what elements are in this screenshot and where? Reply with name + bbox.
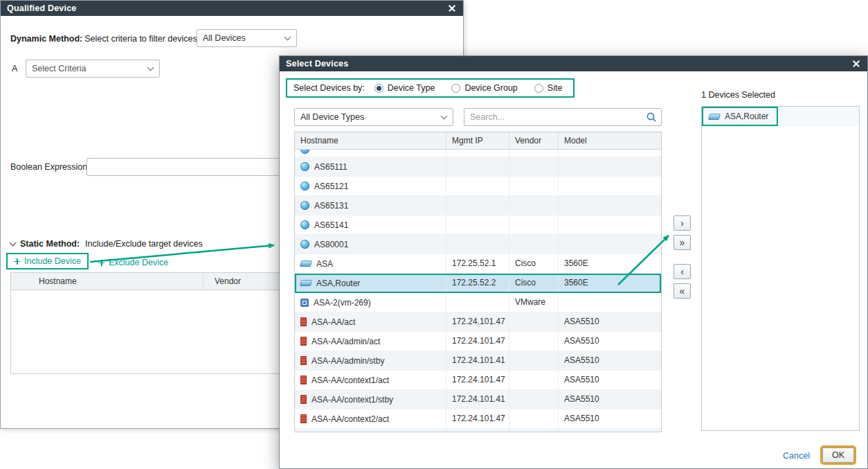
move-right-button[interactable]: › — [673, 215, 691, 231]
device-table: HostnameMgmt IPVendorModel AS65111AS6512… — [294, 132, 662, 432]
devices-scope-value: All Devices — [203, 33, 246, 43]
device-row[interactable]: ASA-AA/act172.24.101.47ASA5510 — [295, 312, 661, 332]
select-criteria-value: Select Criteria — [32, 64, 87, 73]
plus-icon — [14, 258, 20, 265]
exclude-device-label: Exclude Device — [109, 258, 168, 267]
hostname-cell: ASA-AA/context1/act — [295, 371, 446, 389]
plus-icon — [98, 260, 105, 266]
firewall-icon — [300, 395, 307, 404]
hostname-cell: ASA-2(vm-269) — [295, 293, 446, 312]
radio-icon[interactable] — [451, 84, 460, 93]
hostname-cell: AS65141 — [295, 215, 446, 234]
column-header: Hostname — [11, 273, 204, 290]
chevron-down-icon — [147, 64, 154, 71]
hostname-cell: ASA,Router — [295, 274, 446, 292]
move-left-button[interactable]: ‹ — [673, 264, 691, 279]
cancel-button[interactable]: Cancel — [783, 451, 810, 461]
hostname-cell: AS65111 — [295, 157, 446, 176]
device-type-filter-value: All Device Types — [300, 112, 364, 122]
hostname-cell: AS65131 — [295, 196, 446, 215]
radio-device-group[interactable]: Device Group — [451, 83, 517, 93]
firewall-icon — [300, 414, 307, 423]
firewall-icon — [300, 356, 307, 365]
device-row[interactable]: ASA172.25.52.1Cisco3560E — [295, 254, 661, 274]
hostname-cell: ASA-AA/admin/stby — [295, 351, 446, 370]
criteria-row-label: A — [12, 64, 17, 73]
transfer-buttons: ›»‹« — [673, 215, 691, 303]
select-devices-by-label: Select Devices by: — [293, 83, 365, 93]
column-header: Hostname — [295, 132, 446, 149]
device-row[interactable]: ASA,Router172.25.52.2Cisco3560E — [295, 274, 661, 293]
device-row[interactable]: ASA-AA/context2/act172.24.101.47ASA5510 — [295, 409, 661, 429]
hostname-cell: ASA-AA/context2/stby — [295, 429, 446, 432]
boolean-expression-label: Boolean Expression: — [10, 162, 90, 172]
dynamic-method-line: Dynamic Method:Select criteria to filter… — [10, 34, 206, 44]
switch-icon — [300, 260, 312, 267]
hostname-cell: AS65121 — [295, 177, 446, 195]
select-devices-dialog: Select Devices Select Devices by: Device… — [279, 55, 868, 469]
device-row[interactable]: AS65121 — [295, 177, 661, 196]
device-row[interactable]: ASA-AA/context1/act172.24.101.47ASA5510 — [295, 371, 661, 390]
column-header: Mgmt IP — [446, 132, 509, 149]
globe-icon — [300, 182, 309, 191]
search-box — [464, 108, 662, 126]
include-device-label: Include Device — [24, 256, 81, 266]
device-row[interactable]: AS65131 — [295, 196, 661, 215]
vm-icon — [300, 299, 309, 307]
dialog-title: Select Devices — [286, 59, 348, 69]
select-criteria-dropdown[interactable]: Select Criteria — [26, 60, 160, 78]
device-row[interactable]: AS65141 — [295, 215, 661, 235]
device-row[interactable] — [295, 150, 661, 157]
device-table-body: AS65111AS65121AS65131AS65141AS80001ASA17… — [295, 150, 661, 432]
selected-count-label: 1 Devices Selected — [701, 90, 775, 100]
hostname-cell: ASA-AA/act — [295, 312, 446, 331]
close-icon[interactable] — [851, 59, 861, 69]
radio-group: Device TypeDevice GroupSite — [374, 83, 563, 93]
column-header: Vendor — [509, 132, 559, 149]
device-row[interactable]: ASA-AA/admin/act172.24.101.47ASA5510 — [295, 332, 661, 351]
radio-site[interactable]: Site — [534, 83, 563, 93]
include-device-button[interactable]: Include Device — [6, 253, 89, 269]
globe-icon — [300, 162, 309, 171]
radio-icon[interactable] — [374, 84, 383, 93]
selected-device-item[interactable]: ASA,Router — [702, 107, 859, 126]
globe-icon — [300, 201, 309, 210]
ok-button[interactable]: OK — [822, 448, 854, 463]
device-type-filter-dropdown[interactable]: All Device Types — [294, 108, 453, 126]
dynamic-method-label: Dynamic Method: — [10, 34, 82, 44]
radio-device-type[interactable]: Device Type — [374, 83, 435, 93]
page: Qualified Device Dynamic Method:Select c… — [0, 0, 868, 469]
search-icon[interactable] — [646, 112, 657, 123]
select-devices-by-group: Select Devices by: Device TypeDevice Gro… — [286, 78, 575, 98]
switch-icon — [708, 114, 721, 120]
firewall-icon — [300, 375, 307, 384]
device-row[interactable]: ASA-2(vm-269)VMware — [295, 293, 661, 312]
firewall-icon — [300, 337, 307, 346]
search-input[interactable] — [470, 112, 646, 122]
column-header: Model — [559, 132, 661, 149]
exclude-device-button[interactable]: Exclude Device — [98, 258, 168, 267]
hostname-cell: AS80001 — [295, 235, 446, 254]
chevron-down-icon — [284, 33, 291, 40]
hostname-cell: ASA-AA/context1/stby — [295, 390, 446, 409]
chevron-down-icon[interactable] — [10, 240, 17, 247]
device-row[interactable]: ASA-AA/admin/stby172.24.101.41ASA5510 — [295, 351, 661, 371]
globe-icon — [300, 240, 309, 249]
boolean-expression-input[interactable] — [87, 158, 289, 176]
hostname-cell — [295, 150, 446, 157]
dialog-title: Qualified Device — [7, 3, 76, 13]
device-row[interactable]: ASA-AA/context2/stby172.24.101.41ASA5510 — [295, 429, 661, 432]
radio-icon[interactable] — [534, 84, 543, 93]
switch-icon — [300, 280, 312, 286]
device-row[interactable]: AS80001 — [295, 235, 661, 254]
move-all-right-button[interactable]: » — [673, 235, 691, 250]
move-all-left-button[interactable]: « — [673, 283, 691, 299]
firewall-icon — [300, 317, 307, 326]
devices-scope-dropdown[interactable]: All Devices — [197, 29, 297, 47]
device-row[interactable]: ASA-AA/context1/stby172.24.101.41ASA5510 — [295, 390, 661, 409]
device-table-header: HostnameMgmt IPVendorModel — [295, 132, 661, 150]
close-icon[interactable] — [447, 3, 457, 13]
selected-devices-panel: ASA,Router — [701, 106, 860, 431]
qualified-device-titlebar: Qualified Device — [1, 1, 463, 16]
device-row[interactable]: AS65111 — [295, 157, 661, 177]
